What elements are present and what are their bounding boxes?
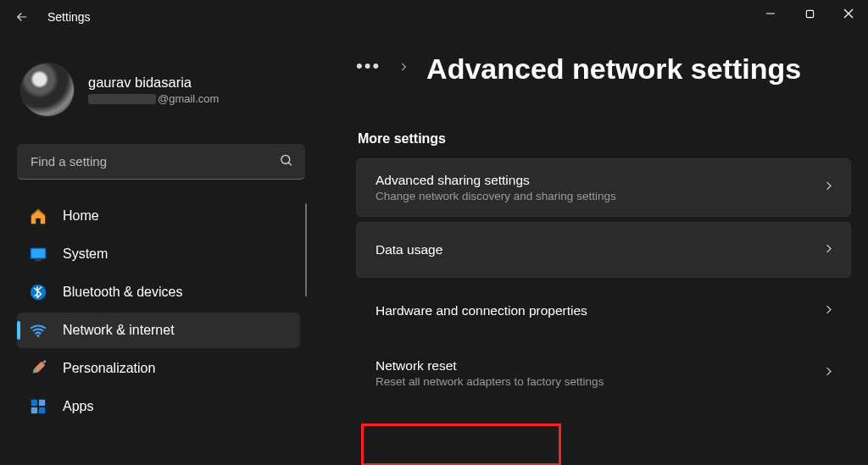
settings-card-list: Advanced sharing settings Change network… (356, 158, 851, 389)
svg-rect-13 (39, 400, 45, 406)
maximize-button[interactable] (790, 0, 829, 27)
search-container (17, 144, 305, 180)
svg-rect-8 (35, 259, 41, 261)
sidebar-item-system[interactable]: System (17, 236, 300, 272)
card-title: Hardware and connection properties (376, 303, 587, 318)
bluetooth-icon (29, 283, 47, 302)
home-icon (29, 207, 47, 225)
svg-rect-14 (31, 407, 37, 413)
card-title: Data usage (376, 242, 442, 257)
redacted-email-prefix (88, 94, 156, 104)
sidebar-item-network[interactable]: Network & internet (17, 313, 300, 348)
card-title: Advanced sharing settings (376, 173, 616, 188)
sidebar-item-personalization[interactable]: Personalization (17, 351, 300, 386)
wifi-icon (29, 321, 47, 340)
system-icon (29, 245, 47, 263)
apps-icon (29, 397, 47, 416)
sidebar-item-home[interactable]: Home (17, 198, 300, 234)
svg-line-5 (288, 163, 291, 165)
card-subtitle: Reset all network adapters to factory se… (376, 375, 604, 388)
sidebar-item-label: Personalization (63, 361, 155, 376)
brush-icon (29, 359, 47, 378)
close-button[interactable] (829, 0, 868, 27)
avatar (20, 63, 75, 117)
profile-name: gaurav bidasaria (88, 75, 219, 91)
sidebar-nav: Home System Bluetooth & devices Network … (17, 198, 305, 424)
main-content: ••• Advanced network settings More setti… (322, 34, 868, 465)
search-input[interactable] (17, 144, 305, 180)
chevron-right-icon (822, 180, 835, 196)
svg-rect-15 (39, 407, 45, 413)
svg-point-10 (37, 335, 40, 337)
svg-rect-1 (806, 10, 813, 17)
svg-rect-12 (31, 400, 37, 406)
profile-block[interactable]: gaurav bidasaria @gmail.com (17, 51, 305, 136)
svg-point-4 (281, 155, 290, 163)
chevron-right-icon (822, 242, 835, 258)
card-hardware-properties[interactable]: Hardware and connection properties (356, 283, 851, 339)
window-title: Settings (47, 10, 91, 24)
sidebar-item-label: Network & internet (63, 323, 175, 338)
sidebar-item-bluetooth[interactable]: Bluetooth & devices (17, 274, 300, 310)
chevron-right-icon (822, 365, 835, 381)
svg-rect-7 (31, 249, 45, 257)
titlebar: Settings (0, 0, 868, 34)
sidebar-item-label: System (63, 246, 108, 262)
back-button[interactable] (12, 7, 32, 27)
sidebar-item-label: Bluetooth & devices (63, 285, 182, 300)
chevron-right-icon (398, 61, 409, 78)
profile-email: @gmail.com (88, 92, 219, 105)
card-network-reset[interactable]: Network reset Reset all network adapters… (356, 344, 851, 389)
card-subtitle: Change network discovery and sharing set… (376, 190, 616, 202)
breadcrumb-ellipsis-button[interactable]: ••• (356, 57, 381, 82)
sidebar-item-label: Apps (63, 399, 93, 414)
breadcrumb: ••• Advanced network settings (356, 53, 851, 86)
sidebar-scrollbar[interactable] (305, 203, 308, 296)
minimize-button[interactable] (751, 0, 790, 27)
card-advanced-sharing[interactable]: Advanced sharing settings Change network… (356, 158, 851, 217)
card-data-usage[interactable]: Data usage (356, 222, 851, 278)
window-controls (751, 0, 868, 27)
search-icon[interactable] (279, 153, 293, 171)
card-title: Network reset (376, 358, 604, 374)
chevron-right-icon (822, 303, 835, 319)
sidebar: gaurav bidasaria @gmail.com Home (0, 34, 322, 465)
page-title: Advanced network settings (426, 53, 801, 86)
sidebar-item-apps[interactable]: Apps (17, 389, 300, 424)
section-label: More settings (358, 131, 851, 147)
sidebar-item-label: Home (63, 208, 99, 224)
